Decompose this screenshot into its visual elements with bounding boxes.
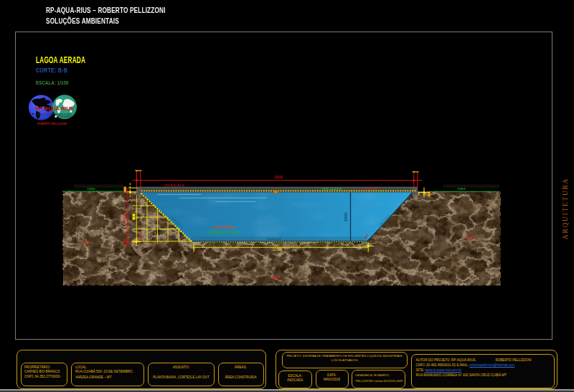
dim-top-width: 20000 bbox=[274, 176, 283, 179]
areas-heading: ÁREAS: bbox=[219, 365, 263, 370]
titleblock-subject-box: ASSUNTO: PLANTA BAIXA, CORTES E LAY-OUT bbox=[148, 363, 215, 386]
label-angle-left: 45° bbox=[138, 235, 144, 239]
author-email-link[interactable]: robertopellizzoni@hotmail.com bbox=[469, 363, 514, 367]
label-soil-bottom: SOLO bbox=[271, 275, 280, 279]
titleblock-areas-box: ÁREAS: ÁREA CONSTRUIDA bbox=[218, 363, 264, 386]
author-line1a: AUTOR DO PROJETO: RP-AQUA-RIUS. bbox=[416, 358, 476, 362]
marker-orange-left bbox=[123, 187, 126, 193]
author-line3: SITE: www.rp-aqua-rius.com.br bbox=[416, 368, 555, 373]
ground-strip-right bbox=[443, 185, 499, 188]
drawings-line2: PELLIZZONI Celular:65-9223-4329 bbox=[356, 379, 405, 383]
titleblock-date-box: DATA: MAIO/2016 bbox=[316, 370, 349, 388]
scale-line1: INDICADA bbox=[279, 378, 312, 383]
titleblock-project-box: PROJETO: SISTEMA DE TRATAMENTO DE EFLUEN… bbox=[282, 352, 408, 368]
label-soil-left: SOLO bbox=[83, 242, 91, 245]
subject-heading: ASSUNTO: bbox=[149, 365, 214, 370]
label-capacity: CAPACIDADE: 1.700 M³ bbox=[207, 230, 240, 234]
label-soil-right: SOLO bbox=[467, 236, 475, 240]
author-site-link[interactable]: www.rp-aqua-rius.com.br bbox=[425, 368, 461, 372]
dim-depth-center: 4000 bbox=[344, 212, 348, 221]
author-line2: CNPJ: 20.493.495/0001-52 E-MAIL: roberto… bbox=[416, 363, 555, 368]
label-bottom-line: LINHA FUNDO LAJE bbox=[267, 238, 281, 241]
label-grass-right: GRAMA bbox=[457, 187, 466, 191]
titleblock-scale-box: ESCALA: INDICADA bbox=[278, 371, 313, 388]
author-line3a: SITE: bbox=[416, 368, 425, 372]
titleblock-drawings-box: DESENHOS: ROBERTO PELLIZZONI Celular:65-… bbox=[352, 370, 406, 388]
dim-bottom-width: 12000 bbox=[273, 248, 282, 252]
drawings-line1: DESENHOS: ROBERTO bbox=[356, 373, 405, 378]
label-crest-left: CRISTA DA LAGOA bbox=[164, 183, 184, 187]
dim-end-ticks bbox=[136, 171, 419, 172]
local-line1: RUA CUIABÁ 500 -23 DE SETEMBRO. bbox=[75, 370, 144, 374]
local-line2: VARZEA GRANDE – MT bbox=[75, 376, 144, 380]
dim-depth-left: 4000 bbox=[123, 213, 126, 222]
side-label-arquitetura: ARQUITETURA bbox=[562, 151, 570, 266]
label-water-level: NIVEL DA ÁGUA bbox=[322, 187, 342, 191]
label-crest-right: CRISTA DA LAGOA bbox=[362, 188, 376, 191]
owner-line2: CNPJ: 04.352.277/0003- bbox=[24, 375, 67, 379]
subject-line1: PLANTA BAIXA, CORTES E LAY-OUT bbox=[149, 376, 214, 380]
titleblock-author-box: AUTOR DO PROJETO: RP-AQUA-RIUS. ROBERTO … bbox=[411, 354, 555, 388]
author-line1: AUTOR DO PROJETO: RP-AQUA-RIUS. ROBERTO … bbox=[416, 358, 555, 363]
author-line4: RUA RAIMUNDO CORREIA Nº 100 SANTA CRUZ-C… bbox=[416, 373, 555, 378]
label-grass-left: GRAMA bbox=[87, 187, 95, 191]
areas-line1: ÁREA CONSTRUIDA bbox=[219, 376, 263, 380]
ground-strip-left bbox=[74, 185, 123, 188]
author-line2a: CNPJ: 20.493.495/0001-52 E-MAIL: bbox=[416, 363, 469, 367]
titleblock-owner-box: PROPRIETÁRIO: CARNES BOI BRANCO CNPJ: 04… bbox=[21, 363, 67, 386]
project-line2: LODOS ATIVADOS. bbox=[283, 358, 407, 363]
titleblock-local-box: LOCAL: RUA CUIABÁ 500 -23 DE SETEMBRO. V… bbox=[71, 363, 144, 386]
date-line1: MAIO/2016 bbox=[316, 378, 348, 382]
label-lagoon-name: LAGOA AERADA bbox=[212, 225, 235, 229]
aerator-dot bbox=[274, 190, 278, 193]
lagoon-section-drawing: 20000 CRISTA DA LAGOA CRISTA DA LAGOA NI… bbox=[0, 0, 574, 392]
author-line1b: ROBERTO PELLIZZONI bbox=[495, 358, 531, 362]
